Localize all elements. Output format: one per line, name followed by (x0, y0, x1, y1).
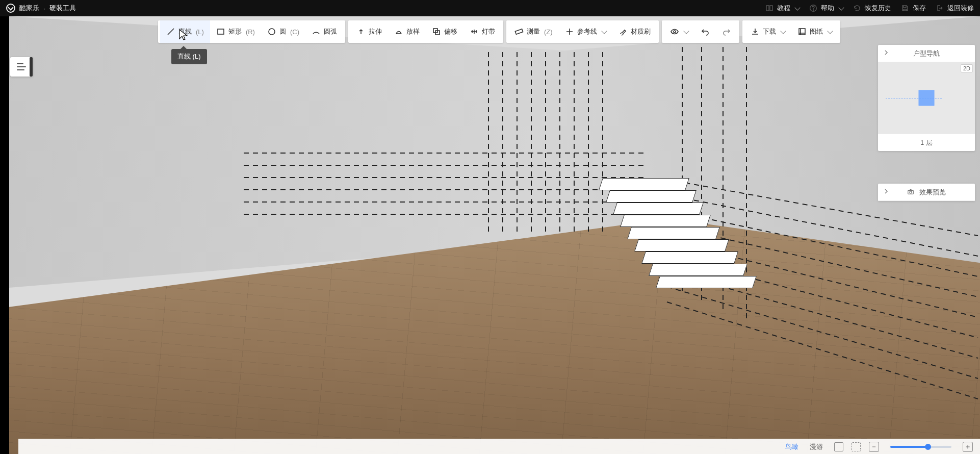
view-tool-group (662, 20, 739, 43)
left-panel-grip[interactable] (30, 57, 33, 77)
save-button[interactable]: 保存 (900, 4, 926, 13)
chevron-down-icon (827, 28, 833, 34)
floorplan-nav-panel: 户型导航 2D 1 层 (878, 45, 975, 151)
offset-label: 偏移 (444, 27, 457, 36)
arc-icon (312, 27, 321, 36)
measure-tool[interactable]: 测量 (Z) (508, 20, 559, 43)
undo-button[interactable] (694, 20, 716, 43)
visibility-menu[interactable] (664, 20, 694, 43)
app-header: 酷家乐 · 硬装工具 教程 帮助 恢复历史 保存 返回装修 (0, 0, 980, 16)
line-label: 直线 (178, 27, 192, 36)
zoom-in-button[interactable]: ＋ (963, 442, 973, 452)
3d-scene[interactable]: 鸟瞰 漫游 － ＋ (9, 16, 980, 454)
measure-label: 测量 (527, 27, 540, 36)
measure-tool-group: 测量 (Z) 参考线 材质刷 (506, 20, 659, 43)
eye-icon (670, 27, 679, 36)
zoom-out-button[interactable]: － (869, 442, 879, 452)
offset-tool[interactable]: 偏移 (426, 20, 463, 43)
svg-point-1 (813, 10, 813, 10)
download-menu[interactable]: 下载 (744, 20, 791, 43)
back-to-decoration-button[interactable]: 返回装修 (935, 4, 974, 13)
line-tool-tooltip: 直线 (L) (171, 49, 207, 64)
brand-name: 酷家乐 (19, 4, 39, 13)
chevron-down-icon (794, 5, 800, 10)
arc-tool[interactable]: 圆弧 (305, 20, 343, 43)
floor-selector[interactable]: 1 层 (878, 134, 975, 151)
stairs-model[interactable] (636, 178, 718, 295)
tooltip-text: 直线 (L) (177, 53, 201, 60)
measure-shortcut: (Z) (544, 28, 553, 36)
minimap-mode-badge[interactable]: 2D (961, 64, 973, 72)
svg-line-30 (168, 29, 174, 35)
back-label: 返回装修 (947, 4, 974, 13)
rect-shortcut: (R) (246, 28, 255, 36)
extrude-tool[interactable]: 拉伸 (350, 20, 388, 43)
matbrush-label: 材质刷 (631, 27, 651, 36)
svg-point-32 (269, 29, 275, 35)
redo-icon (722, 27, 731, 36)
view-mode-bird[interactable]: 鸟瞰 (785, 442, 798, 451)
rect-tool[interactable]: 矩形 (R) (210, 20, 261, 43)
view-mode-walk[interactable]: 漫游 (810, 442, 823, 451)
preview-title-text: 效果预览 (919, 188, 946, 196)
frame-region-icon[interactable] (852, 442, 861, 451)
line-shortcut: (L) (196, 28, 204, 36)
drawing-label: 图纸 (810, 27, 823, 36)
loft-icon (394, 27, 403, 36)
chevron-down-icon (838, 5, 844, 10)
svg-rect-38 (908, 190, 914, 194)
light-label: 灯带 (482, 27, 495, 36)
tutorial-menu[interactable]: 教程 (765, 4, 800, 13)
draw-tool-group: 直线 (L) 矩形 (R) 圆 (C) 圆弧 (158, 20, 345, 43)
help-menu[interactable]: 帮助 (809, 4, 843, 13)
svg-rect-35 (515, 29, 523, 34)
svg-point-39 (910, 191, 912, 193)
loft-tool[interactable]: 放样 (388, 20, 426, 43)
list-icon (17, 63, 26, 70)
arc-label: 圆弧 (324, 27, 337, 36)
zoom-slider-knob[interactable] (925, 444, 931, 450)
brand-sep: · (43, 5, 45, 12)
zoom-slider-fill (890, 446, 928, 448)
zoom-slider[interactable] (890, 446, 951, 448)
drawings-menu[interactable]: 图纸 (791, 20, 838, 43)
extrude-label: 拉伸 (369, 27, 382, 36)
chevron-down-icon (683, 28, 689, 34)
panel-collapse-button[interactable] (883, 188, 889, 196)
rect-icon (216, 27, 225, 36)
line-tool[interactable]: 直线 (L) (160, 20, 210, 43)
preview-panel-title: 效果预览 (878, 188, 975, 197)
circle-shortcut: (C) (290, 28, 299, 36)
minimap[interactable]: 2D (878, 62, 975, 134)
chevron-down-icon (780, 28, 786, 34)
save-label: 保存 (913, 4, 926, 13)
drawing-icon (797, 27, 807, 36)
help-label: 帮助 (821, 4, 834, 13)
refline-tool[interactable]: 参考线 (559, 20, 612, 43)
refline-icon (565, 27, 574, 36)
chevron-down-icon (601, 28, 607, 34)
svg-rect-31 (218, 29, 224, 34)
frame-fit-icon[interactable] (834, 442, 843, 451)
exit-icon (935, 4, 944, 13)
circle-label: 圆 (279, 27, 286, 36)
circle-icon (267, 27, 276, 36)
svg-rect-37 (799, 29, 805, 35)
export-tool-group: 下载 图纸 (742, 20, 840, 43)
floor-label: 1 层 (920, 138, 933, 147)
refline-label: 参考线 (577, 27, 597, 36)
redo-button[interactable] (716, 20, 737, 43)
circle-tool[interactable]: 圆 (C) (261, 20, 305, 43)
brand-logo-icon (6, 4, 15, 13)
download-label: 下载 (763, 27, 776, 36)
restore-history-button[interactable]: 恢复历史 (853, 4, 891, 13)
panel-collapse-button[interactable] (883, 49, 889, 57)
undo-icon (701, 27, 710, 36)
svg-point-36 (674, 31, 676, 33)
offset-icon (432, 27, 441, 36)
brush-icon (618, 27, 628, 36)
material-brush-tool[interactable]: 材质刷 (612, 20, 657, 43)
nav-panel-title: 户型导航 (878, 49, 975, 58)
lightstrip-tool[interactable]: 灯带 (463, 20, 501, 43)
viewport-container: 鸟瞰 漫游 － ＋ (0, 16, 980, 454)
